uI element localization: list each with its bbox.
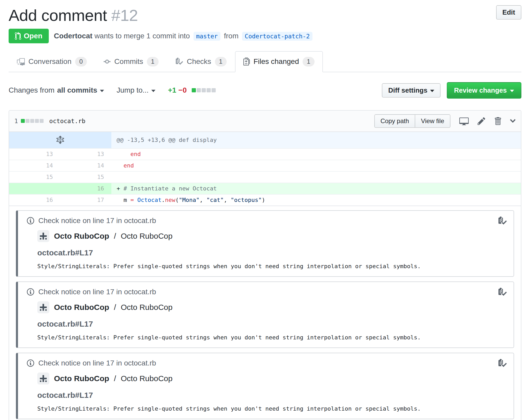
file-menu-button[interactable] xyxy=(510,117,516,125)
review-changes-button[interactable]: Review changes xyxy=(447,82,521,99)
code-token xyxy=(134,197,137,203)
review-changes-label: Review changes xyxy=(454,86,507,94)
file-diffstat: 1 xyxy=(14,118,44,124)
app-name-link[interactable]: Octo RuboCop xyxy=(54,232,109,241)
file-changes-count: 1 xyxy=(14,118,18,124)
trash-icon xyxy=(494,117,501,125)
additions-count: +1 xyxy=(168,86,176,94)
app-separator: / xyxy=(114,232,116,241)
code-token: end xyxy=(124,162,134,169)
new-line-number[interactable]: 14 xyxy=(60,160,111,171)
old-line-number[interactable]: 13 xyxy=(9,149,60,160)
annotation-path: octocat.rb#L17 xyxy=(37,391,506,400)
delete-file-button[interactable] xyxy=(494,117,501,125)
comment-discussion-icon xyxy=(17,58,25,65)
rich-diff-button[interactable] xyxy=(459,116,469,126)
copy-path-button[interactable]: Copy path xyxy=(374,114,415,128)
tab-label: Files changed xyxy=(254,57,299,66)
tab-label: Commits xyxy=(114,57,143,66)
head-branch-label[interactable]: Codertocat-patch-2 xyxy=(242,32,312,41)
annotation-app-row: Octo RuboCop / Octo RuboCop xyxy=(37,230,506,242)
tab-commits[interactable]: Commits 1 xyxy=(95,51,167,72)
check-context: Octo RuboCop xyxy=(121,374,172,383)
check-context: Octo RuboCop xyxy=(121,303,172,312)
changes-from-dropdown[interactable]: Changes from all commits xyxy=(9,86,104,94)
checklist-icon xyxy=(498,217,507,225)
code-token: = xyxy=(130,197,134,203)
base-branch-label[interactable]: master xyxy=(194,32,220,41)
code-token: ) xyxy=(262,197,265,203)
code-token: Octocat xyxy=(137,197,161,203)
app-avatar xyxy=(37,373,49,385)
caret-down-icon xyxy=(430,90,434,92)
code-token: "cat" xyxy=(206,197,224,203)
code-token: "Mona" xyxy=(179,197,199,203)
file-name-link[interactable]: octocat.rb xyxy=(49,118,85,124)
annotation-message: Style/StringLiterals: Prefer single-quot… xyxy=(37,263,506,269)
deletions-count: −0 xyxy=(178,86,187,94)
edit-button[interactable]: Edit xyxy=(496,5,521,20)
info-icon xyxy=(27,288,34,296)
hunk-header-row: @@ -13,5 +13,6 @@ def display xyxy=(9,132,521,148)
changes-from-text: Changes from xyxy=(9,86,55,94)
new-line-number[interactable]: 17 xyxy=(60,195,111,206)
tab-checks[interactable]: Checks 1 xyxy=(167,51,235,72)
titlebar: Add comment #12 Edit xyxy=(9,5,521,26)
old-line-number[interactable]: 16 xyxy=(9,195,60,206)
diff-row: 14 14 end xyxy=(9,160,521,171)
pr-title-text: Add comment xyxy=(9,6,107,24)
view-file-button[interactable]: View file xyxy=(415,114,450,128)
monitor-icon xyxy=(459,116,469,126)
old-line-number[interactable]: 15 xyxy=(9,172,60,183)
diff-row: 13 13 end xyxy=(9,148,521,160)
code-token: , xyxy=(200,197,207,203)
caret-down-icon xyxy=(510,90,514,92)
app-plus-icon xyxy=(39,375,47,382)
checklist-icon xyxy=(498,359,507,368)
new-line-number[interactable]: 13 xyxy=(60,149,111,160)
annotation-title: Check notice on line 17 in octocat.rb xyxy=(38,217,156,225)
pr-tabnav: Conversation 0 Commits 1 Checks 1 Files … xyxy=(9,51,521,72)
diffstat-block-neutral xyxy=(35,119,39,123)
annotation-title: Check notice on line 17 in octocat.rb xyxy=(38,359,156,367)
file-actions: Copy path View file xyxy=(374,114,516,128)
expand-hunk-button[interactable] xyxy=(9,132,111,148)
code-token: ( xyxy=(175,197,179,203)
app-avatar xyxy=(37,230,49,242)
annotation-message: Style/StringLiterals: Prefer single-quot… xyxy=(37,334,506,341)
git-pull-request-icon xyxy=(15,32,21,40)
checklist-icon xyxy=(498,288,507,297)
check-annotations: Check notice on line 17 in octocat.rb Oc… xyxy=(9,206,521,420)
diff-settings-button[interactable]: Diff settings xyxy=(382,83,440,98)
new-line-number[interactable]: 16 xyxy=(60,183,111,194)
annotation-header: Check notice on line 17 in octocat.rb xyxy=(27,288,506,296)
diffstat-blocks xyxy=(191,88,216,92)
old-line-number[interactable] xyxy=(9,183,60,194)
diffstat-block-neutral xyxy=(197,88,201,92)
status-badge: Open xyxy=(9,29,49,43)
new-line-number[interactable]: 15 xyxy=(60,172,111,183)
tab-conversation[interactable]: Conversation 0 xyxy=(9,51,95,72)
code-line xyxy=(111,172,521,183)
code-token: new xyxy=(165,197,175,203)
diffbar-right: Diff settings Review changes xyxy=(382,82,521,99)
tab-label: Conversation xyxy=(28,57,71,66)
app-separator: / xyxy=(114,374,116,383)
author-link[interactable]: Codertocat xyxy=(54,32,93,40)
edit-file-button[interactable] xyxy=(478,117,485,125)
diffstat: +1 −0 xyxy=(168,86,216,94)
info-icon xyxy=(27,217,34,225)
app-name-link[interactable]: Octo RuboCop xyxy=(54,303,109,312)
file-diffstat-blocks xyxy=(20,119,44,123)
code-token xyxy=(117,162,124,169)
check-context: Octo RuboCop xyxy=(121,232,172,241)
code-token: "octopus" xyxy=(231,197,262,203)
app-name-link[interactable]: Octo RuboCop xyxy=(54,374,109,383)
git-commit-icon xyxy=(104,58,111,65)
tab-files-changed[interactable]: Files changed 1 xyxy=(235,51,323,72)
tab-counter: 1 xyxy=(303,57,314,67)
old-line-number[interactable]: 14 xyxy=(9,160,60,171)
jump-to-dropdown[interactable]: Jump to... xyxy=(117,86,155,94)
code-token: m xyxy=(117,197,130,203)
commits-scope: all commits xyxy=(57,86,97,94)
